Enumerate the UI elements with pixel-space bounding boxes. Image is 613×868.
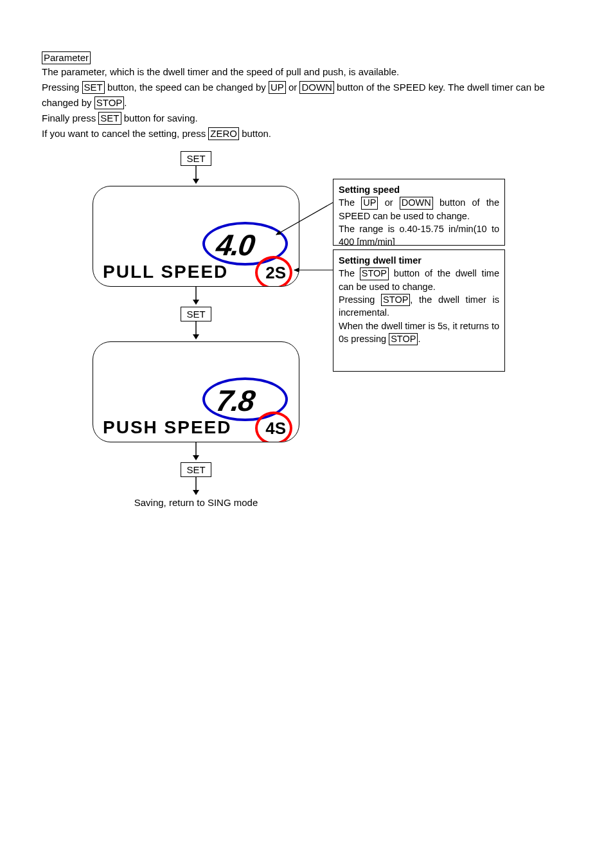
set-key: SET <box>82 81 105 94</box>
s-dwell-l3b: . <box>418 334 420 344</box>
stop-key: STOP <box>389 333 418 345</box>
s-speed-l2: The range is o.40-15.75 in/min(10 to 400… <box>339 224 499 246</box>
setting-dwell-box: Setting dwell timer The STOP button of t… <box>333 249 505 372</box>
press-line-a: Pressing <box>42 82 82 93</box>
up-key: UP <box>269 81 286 94</box>
section-heading: Parameter <box>42 51 571 64</box>
stop-key: STOP <box>94 96 125 109</box>
arrow-down-icon <box>190 442 202 460</box>
zero-key: ZERO <box>208 127 239 140</box>
lcd-push-label: PUSH SPEED <box>103 419 232 437</box>
set-key-2: SET <box>98 112 121 125</box>
setting-dwell-title: Setting dwell timer <box>339 255 422 266</box>
save-line-a: Finally press <box>42 113 98 123</box>
arrow-down-icon <box>190 287 202 305</box>
down-key: DOWN <box>400 197 433 209</box>
lcd-push-dwell: 4S <box>265 420 286 437</box>
flow-set-2: SET <box>181 307 211 321</box>
arrow-down-icon <box>190 166 202 184</box>
save-line-b: button for saving. <box>121 113 198 123</box>
intro-paragraph: The parameter, which is the dwell timer … <box>42 64 571 141</box>
s-dwell-l2a: Pressing <box>339 294 381 305</box>
press-line-e: . <box>124 97 127 108</box>
lcd-pull-speed: 4.0 <box>215 230 256 260</box>
intro-line: The parameter, which is the dwell timer … <box>42 66 399 77</box>
cancel-line-a: If you want to cancel the setting, press <box>42 128 208 139</box>
press-line-c: or <box>286 82 300 93</box>
stop-key: STOP <box>381 294 410 306</box>
down-key: DOWN <box>299 81 334 94</box>
setting-speed-title: Setting speed <box>339 185 400 195</box>
setting-speed-box: Setting speed The UP or DOWN button of t… <box>333 179 505 246</box>
svg-marker-5 <box>193 334 199 339</box>
s-speed-l1a: The <box>339 197 361 208</box>
cancel-line-b: button. <box>239 128 271 139</box>
lcd-pull-dwell: 2S <box>265 264 286 281</box>
flow-footer: Saving, return to SING mode <box>67 497 324 508</box>
lcd-push: 7.8 PUSH SPEED 4S <box>93 341 299 442</box>
arrow-down-icon <box>190 477 202 495</box>
svg-marker-7 <box>193 455 199 460</box>
s-dwell-l1a: The <box>339 268 360 278</box>
lcd-pull: 4.0 PULL SPEED 2S <box>93 186 299 287</box>
svg-marker-3 <box>193 300 199 305</box>
flow-set-3: SET <box>181 462 211 477</box>
lcd-push-speed: 7.8 <box>215 386 256 415</box>
press-line-b: button, the speed can be changed by <box>105 82 269 93</box>
arrow-down-icon <box>190 321 202 339</box>
stop-key: STOP <box>360 267 389 280</box>
up-key: UP <box>361 197 378 209</box>
lcd-pull-label: PULL SPEED <box>103 263 228 281</box>
svg-marker-9 <box>193 490 199 495</box>
s-speed-l1b: or <box>378 197 399 208</box>
flow-column: SET 4.0 PULL SPEED 2S SET 7.8 PUSH SPEED… <box>67 151 324 508</box>
flow-set-1: SET <box>181 151 211 166</box>
svg-marker-1 <box>193 179 199 184</box>
